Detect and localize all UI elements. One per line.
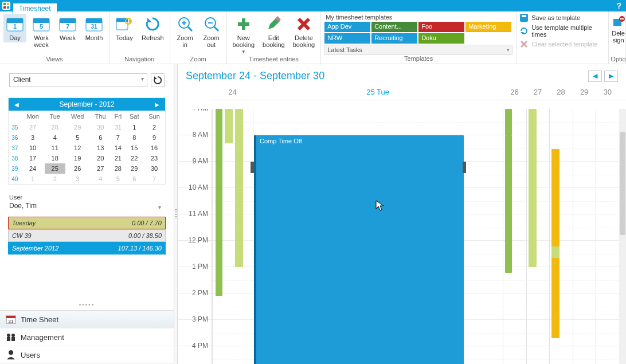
- calendar-day-cell[interactable]: 2: [143, 122, 165, 132]
- calendar-day-cell[interactable]: 24: [21, 163, 44, 174]
- week-number[interactable]: 39: [9, 163, 21, 174]
- calendar-day-cell[interactable]: 22: [125, 153, 143, 163]
- delete-signature-button[interactable]: Dele sign: [609, 14, 627, 45]
- zoom-out-button[interactable]: Zoom out: [200, 14, 223, 49]
- booking-strip[interactable]: [216, 109, 222, 267]
- calendar-day-cell[interactable]: 5: [111, 174, 126, 184]
- view-workweek-button[interactable]: 5 Work week: [30, 14, 53, 49]
- calendar-day-cell[interactable]: 20: [90, 153, 111, 163]
- template-chip[interactable]: Content...: [371, 22, 417, 32]
- template-chip[interactable]: Foo: [418, 22, 464, 32]
- client-select[interactable]: Client: [9, 73, 147, 87]
- week-number[interactable]: 37: [9, 143, 21, 153]
- week-number[interactable]: 35: [9, 122, 21, 132]
- user-select[interactable]: Doe, Tim: [9, 202, 165, 210]
- calendar-day-cell[interactable]: 29: [125, 163, 143, 174]
- day-header[interactable]: 26: [503, 84, 526, 100]
- calendar-day-cell[interactable]: 27: [21, 122, 44, 132]
- booking-strip[interactable]: [505, 135, 512, 273]
- view-week-button[interactable]: 7 Week: [56, 14, 79, 42]
- cal-prev-button[interactable]: ◀: [12, 101, 21, 108]
- calendar-day-cell[interactable]: 29: [65, 122, 90, 132]
- delete-booking-button[interactable]: Delete booking: [291, 14, 318, 49]
- week-number[interactable]: 38: [9, 153, 21, 163]
- calendar-day-cell[interactable]: 19: [65, 153, 90, 163]
- calendar-day-cell[interactable]: 21: [111, 153, 126, 163]
- calendar-day-cell[interactable]: 30: [90, 122, 111, 132]
- calendar-day-cell[interactable]: 3: [21, 132, 44, 143]
- template-chip[interactable]: App Dev: [324, 22, 370, 32]
- calendar-day-cell[interactable]: 7: [111, 132, 126, 143]
- range-next-button[interactable]: ▶: [604, 71, 618, 82]
- day-header[interactable]: 24: [212, 84, 253, 100]
- refresh-button[interactable]: Refresh: [139, 14, 166, 42]
- view-month-button[interactable]: 31 Month: [83, 14, 105, 42]
- week-number[interactable]: 40: [9, 174, 21, 184]
- calendar-day-cell[interactable]: 3: [65, 174, 90, 184]
- nav-timesheet[interactable]: 31 Time Sheet: [0, 311, 174, 328]
- day-header[interactable]: 25 Tue: [253, 84, 503, 100]
- save-template-button[interactable]: Save as template: [520, 14, 605, 22]
- week-number[interactable]: 36: [9, 132, 21, 143]
- booking-strip[interactable]: [551, 246, 560, 258]
- calendar-day-cell[interactable]: 1: [21, 174, 44, 184]
- calendar-day-cell[interactable]: 16: [143, 143, 165, 153]
- booking-strip[interactable]: [529, 109, 537, 135]
- calendar-day-cell[interactable]: 13: [90, 143, 111, 153]
- appointment-handle-left[interactable]: [251, 162, 254, 173]
- calendar-day-cell[interactable]: 6: [125, 174, 143, 184]
- calendar-day-cell[interactable]: 27: [90, 163, 111, 174]
- client-refresh-button[interactable]: [151, 73, 165, 87]
- calendar-day-cell[interactable]: 25: [45, 163, 65, 174]
- cal-next-button[interactable]: ▶: [152, 101, 162, 108]
- scrollbar-thumb[interactable]: [620, 132, 625, 235]
- day-header[interactable]: 30: [596, 84, 619, 100]
- calendar-day-cell[interactable]: 4: [90, 174, 111, 184]
- calendar-day-cell[interactable]: 23: [143, 153, 165, 163]
- calendar-day-cell[interactable]: 15: [125, 143, 143, 153]
- calendar-day-cell[interactable]: 8: [125, 132, 143, 143]
- calendar-day-cell[interactable]: 11: [45, 143, 65, 153]
- calendar-day-cell[interactable]: 12: [65, 143, 90, 153]
- calendar-day-cell[interactable]: 4: [45, 132, 65, 143]
- calendar-day-cell[interactable]: 17: [21, 153, 44, 163]
- template-chip[interactable]: Marketing: [465, 22, 511, 32]
- stat-day[interactable]: Tuesday 0.00 / 7.70: [8, 217, 166, 229]
- today-button[interactable]: Today: [113, 14, 136, 42]
- template-chip[interactable]: Recruiting: [371, 33, 417, 44]
- latest-tasks-dropdown[interactable]: Latest Tasks: [324, 45, 512, 55]
- day-header[interactable]: 29: [573, 84, 596, 100]
- edit-booking-button[interactable]: Edit booking: [260, 14, 287, 49]
- calendar-day-cell[interactable]: 14: [111, 143, 126, 153]
- calendar-day-cell[interactable]: 5: [65, 132, 90, 143]
- calendar-day-cell[interactable]: 9: [143, 132, 165, 143]
- help-icon[interactable]: ?: [616, 1, 621, 10]
- template-chip[interactable]: NRW: [324, 33, 370, 44]
- booking-strip[interactable]: [551, 149, 560, 338]
- new-booking-button[interactable]: New booking ▼: [230, 14, 257, 56]
- use-multiple-button[interactable]: Use template multiple times: [520, 24, 605, 38]
- calendar-day-cell[interactable]: 7: [143, 174, 165, 184]
- nav-users[interactable]: Users: [0, 346, 174, 364]
- calendar-day-cell[interactable]: 10: [21, 143, 44, 153]
- calendar-day-cell[interactable]: 28: [111, 163, 126, 174]
- sidebar-resize-grip[interactable]: •••••: [0, 299, 174, 308]
- tab-timesheet[interactable]: Timesheet: [13, 3, 57, 14]
- calendar-day-cell[interactable]: 1: [125, 122, 143, 132]
- calendar-day-cell[interactable]: 28: [45, 122, 65, 132]
- booking-strip[interactable]: [235, 109, 243, 267]
- template-chip[interactable]: Doku: [418, 33, 464, 44]
- range-prev-button[interactable]: ◀: [588, 71, 602, 82]
- stat-week[interactable]: CW 39 0.00 / 38.50: [8, 229, 166, 242]
- calendar-day-cell[interactable]: 26: [65, 163, 90, 174]
- vertical-scrollbar[interactable]: [619, 109, 626, 364]
- nav-management[interactable]: Management: [0, 328, 174, 346]
- calendar-day-cell[interactable]: 2: [45, 174, 65, 184]
- day-header[interactable]: 27: [526, 84, 550, 100]
- appointment-comp-time-off[interactable]: Comp Time Off: [254, 135, 464, 364]
- appointment-handle-right[interactable]: [463, 162, 466, 173]
- calendar-day-cell[interactable]: 31: [111, 122, 126, 132]
- calendar-day-cell[interactable]: 6: [90, 132, 111, 143]
- calendar-day-cell[interactable]: 18: [45, 153, 65, 163]
- booking-strip[interactable]: [529, 135, 537, 267]
